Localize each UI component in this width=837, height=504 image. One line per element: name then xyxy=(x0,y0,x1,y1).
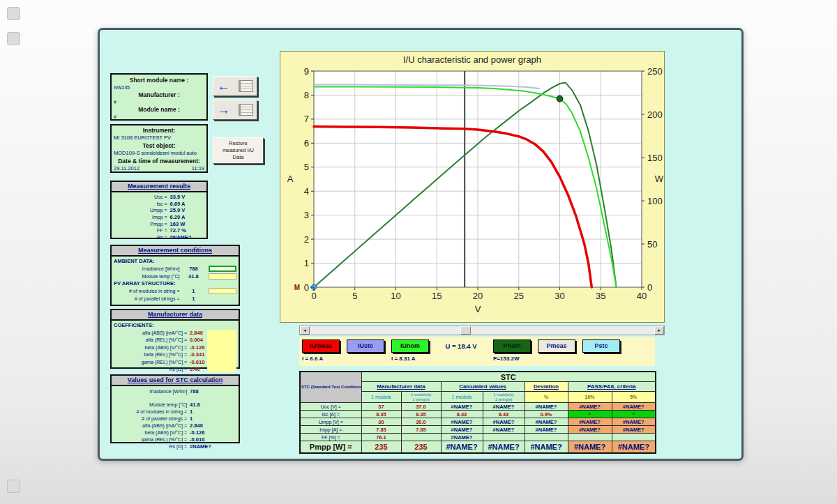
stc-cell: #NAME? xyxy=(441,403,483,411)
module-nav: ← → xyxy=(213,76,262,123)
stc-cell: #NAME? xyxy=(483,403,525,411)
stc-row-label: Uoc [V] = xyxy=(300,403,361,411)
stc-cell: #NAME? xyxy=(568,403,612,411)
stc-cell: 235 xyxy=(361,441,401,454)
data-row: Module temp [°C]41.8 xyxy=(114,401,236,408)
input-cell[interactable] xyxy=(209,288,236,294)
stc-cell: #NAME? xyxy=(441,418,483,426)
stc-row-label: Umpp [V] = xyxy=(300,418,361,426)
stc-conditions-note: STC (Standard Test Conditions): Irradian… xyxy=(300,372,361,403)
short-module-name-value[interactable]: SW235 xyxy=(114,85,204,91)
right-axis-tick: 200 xyxy=(647,109,663,120)
stc-cell xyxy=(525,434,568,441)
x-axis-tick: 30 xyxy=(555,291,564,301)
pstc-button[interactable]: Pstc xyxy=(582,339,620,353)
nominal-mpp-marker xyxy=(557,96,563,102)
stc-cell: 37 xyxy=(361,403,401,411)
data-row: Irradiance [W/m²]788 xyxy=(114,388,236,395)
x-axis-tick: 25 xyxy=(514,291,524,301)
row-label: FF = xyxy=(114,228,170,233)
subheader: 1 module xyxy=(441,392,483,403)
x-axis-tick: 35 xyxy=(596,291,605,301)
measurement-results-title: Measurement results xyxy=(112,182,206,192)
row-label: Impp = xyxy=(114,215,170,220)
row-value: -0.010 xyxy=(190,359,204,365)
module-name-value[interactable]: # xyxy=(114,114,204,120)
row-label: # of modules in string = xyxy=(114,409,190,414)
x-axis-tick: 0 xyxy=(311,291,316,301)
row-label: # of parallel strings = xyxy=(114,416,190,421)
data-row: Rs =#NAME? xyxy=(114,234,204,241)
manufacturer-data-panel: Manufacturer data COEFFICIENTS: alfa (AB… xyxy=(110,309,240,369)
left-axis-tick: 2 xyxy=(304,234,309,245)
iumeas-button[interactable]: IUmeas xyxy=(302,339,340,353)
instrument-value: MI 3108 EUROTEST PV xyxy=(114,135,204,142)
left-axis-label: A xyxy=(287,174,294,184)
stc-cell: #NAME? xyxy=(441,426,483,434)
control-iustc: IUstc xyxy=(347,339,384,353)
module-info-panel: Short module name : SW235 Manufacturer :… xyxy=(110,73,208,121)
cursor-marker-label: M xyxy=(294,284,300,291)
data-row: Irradiance [W/m²]788 xyxy=(114,265,236,273)
page-artifact-square xyxy=(7,7,20,20)
iunom-button[interactable]: IUnom xyxy=(391,339,429,353)
stc-table-title: STC xyxy=(361,372,656,382)
test-object-value: MOD109-S sondoldesni modul auto xyxy=(114,150,204,157)
left-axis-tick: 1 xyxy=(304,258,309,268)
instrument-label: Instrument: xyxy=(114,126,204,135)
scrollbar-right-arrow[interactable]: ▸ xyxy=(654,326,664,335)
page-artifact-square xyxy=(7,32,20,45)
row-value: 1 xyxy=(183,288,205,294)
subheader: 1 module(s) 1 string(s) xyxy=(483,392,525,403)
input-cell[interactable] xyxy=(209,273,236,280)
next-module-button[interactable]: → xyxy=(213,100,257,120)
stc-row-label: FF [%] = xyxy=(300,434,361,441)
chart-title: I/U characteristic and power graph xyxy=(280,52,664,67)
pnom-button[interactable]: Pnom xyxy=(493,339,531,353)
stc-cell: #NAME? xyxy=(568,441,612,454)
restore-measured-data-button[interactable]: Restore measured I/U Data xyxy=(213,137,264,164)
section-label: AMBIENT DATA: xyxy=(114,258,236,265)
group-header: Deviation xyxy=(525,382,568,392)
selected-cell[interactable] xyxy=(209,266,236,272)
row-label: alfa (REL) [%/°C] = xyxy=(114,337,190,342)
stc-cell: #NAME? xyxy=(483,426,525,434)
coefficient-input-cells[interactable] xyxy=(207,330,236,372)
stc-cell: #NAME? xyxy=(441,434,483,441)
row-value: 72.7 % xyxy=(170,227,186,234)
data-row: Isc =6.69 A xyxy=(114,201,204,208)
stc-cell: 235 xyxy=(401,441,441,454)
row-label: Irradiance [W/m²] xyxy=(114,266,183,271)
stc-cell: #NAME? xyxy=(525,418,568,426)
stc-cell: #NAME? xyxy=(612,426,656,434)
measurement-conditions-panel: Measurement conditions AMBIENT DATA:Irra… xyxy=(110,245,240,306)
test-object-label: Test object: xyxy=(114,142,204,150)
cursor-scrollbar[interactable]: ◂ ▸ xyxy=(299,326,665,335)
pnom-value: P=153.2W xyxy=(493,356,520,362)
row-label: beta (REL) [%/°C] = xyxy=(114,352,190,357)
x-axis-tick: 40 xyxy=(637,291,647,301)
section-label: PV ARRAY STRUCTURE: xyxy=(114,280,236,287)
left-arrow-icon: ← xyxy=(217,79,230,93)
subheader: 10% xyxy=(568,392,612,403)
stc-cell: 37.0 xyxy=(401,403,441,411)
app-window: Short module name : SW235 Manufacturer :… xyxy=(98,28,744,461)
manufacturer-value[interactable]: # xyxy=(114,100,204,105)
right-axis-tick: 50 xyxy=(647,239,657,250)
pmeas-button[interactable]: Pmeas xyxy=(538,339,575,353)
data-row: gama (REL) [%/°C] =-0.010 xyxy=(114,436,236,443)
iustc-button[interactable]: IUstc xyxy=(347,339,384,353)
measurement-date: 29.11.2012 xyxy=(114,165,140,172)
subheader: % xyxy=(525,392,568,403)
instrument-panel: Instrument: MI 3108 EUROTEST PV Test obj… xyxy=(110,124,208,173)
row-value: #NAME? xyxy=(170,234,192,240)
data-row: Umpp =25.9 V xyxy=(114,207,204,214)
stc-cell: 8.35 xyxy=(401,411,441,418)
stc-table: STC (Standard Test Conditions): Irradian… xyxy=(299,371,656,454)
scrollbar-left-arrow[interactable]: ◂ xyxy=(300,326,310,335)
prev-module-button[interactable]: ← xyxy=(213,76,257,96)
scrollbar-thumb[interactable] xyxy=(460,326,471,335)
x-axis-label: V xyxy=(475,304,481,314)
left-axis-tick: 9 xyxy=(304,67,309,77)
short-module-name-label: Short module name : xyxy=(114,76,204,85)
